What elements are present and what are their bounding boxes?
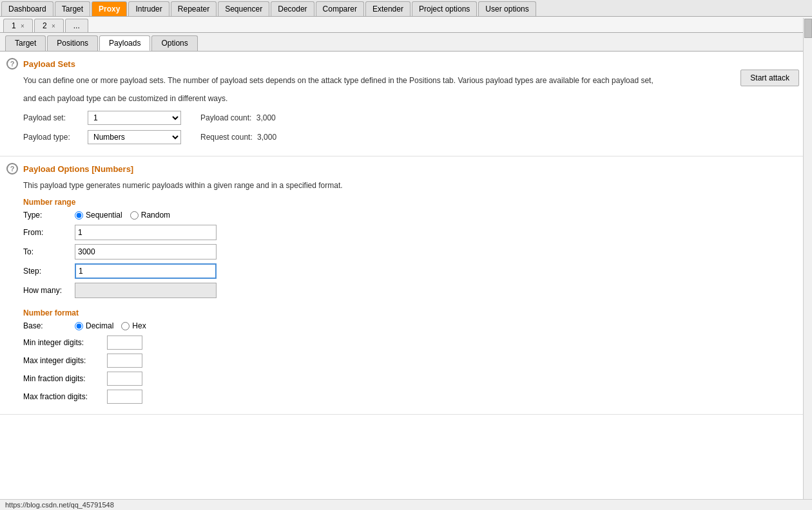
to-input[interactable]: [75, 244, 217, 260]
tab-target[interactable]: Target: [55, 1, 90, 16]
from-label: From:: [23, 228, 75, 237]
payload-type-label: Payload type:: [23, 133, 88, 142]
step-label: Step:: [23, 267, 75, 276]
tab-2-close[interactable]: ×: [52, 23, 55, 30]
payload-set-row: Payload set: 1 Payload count: 3,000: [23, 111, 802, 125]
second-nav: 1 × 2 × ...: [0, 17, 812, 33]
tab-inner-options[interactable]: Options: [151, 35, 197, 51]
top-nav: Dashboard Target Proxy Intruder Repeater…: [0, 0, 812, 17]
from-input[interactable]: [75, 225, 217, 240]
tab-comparer[interactable]: Comparer: [316, 1, 364, 16]
tab-decoder[interactable]: Decoder: [271, 1, 314, 16]
payload-sets-help-icon[interactable]: ?: [6, 58, 18, 70]
random-radio[interactable]: [130, 211, 139, 220]
tab-proxy[interactable]: Proxy: [92, 1, 127, 16]
status-url: https://blog.csdn.net/qq_45791548: [5, 501, 114, 504]
tab-project-options[interactable]: Project options: [412, 1, 477, 16]
min-int-row: Min integer digits:: [23, 335, 802, 350]
hex-radio[interactable]: [121, 322, 130, 330]
payload-sets-title: Payload Sets: [23, 59, 75, 69]
random-label: Random: [141, 211, 170, 220]
payload-set-select[interactable]: 1: [88, 111, 181, 125]
sequential-option[interactable]: Sequential: [75, 211, 122, 220]
base-radio-group: Decimal Hex: [75, 321, 146, 330]
max-int-input[interactable]: [107, 354, 142, 368]
step-row: Step:: [23, 263, 802, 279]
start-attack-button[interactable]: Start attack: [740, 70, 799, 86]
how-many-row: How many:: [23, 283, 802, 298]
min-int-input[interactable]: [107, 335, 142, 350]
payload-set-label: Payload set:: [23, 113, 88, 122]
payload-options-section: ? Payload Options [Numbers] This payload…: [0, 156, 812, 415]
tab-1-label: 1: [12, 21, 16, 30]
tab-1-close[interactable]: ×: [21, 23, 24, 30]
request-count-display: Request count: 3,000: [200, 133, 276, 142]
min-frac-row: Min fraction digits:: [23, 372, 802, 386]
hex-label: Hex: [132, 321, 146, 330]
payload-type-row: Payload type: Numbers Request count: 3,0…: [23, 130, 802, 144]
max-frac-label: Max fraction digits:: [23, 392, 107, 401]
step-input[interactable]: [75, 263, 217, 279]
payload-type-select[interactable]: Numbers: [88, 130, 181, 144]
decimal-label: Decimal: [86, 321, 113, 330]
tab-inner-payloads[interactable]: Payloads: [99, 35, 150, 51]
tab-more[interactable]: ...: [65, 19, 88, 32]
payload-options-desc: This payload type generates numeric payl…: [23, 180, 802, 191]
payload-options-header: ? Payload Options [Numbers]: [6, 163, 802, 175]
payload-sets-desc2: and each payload type can be customized …: [23, 93, 802, 104]
number-range-label: Number range: [23, 198, 802, 207]
sequential-label: Sequential: [86, 211, 122, 220]
random-option[interactable]: Random: [130, 211, 170, 220]
max-int-label: Max integer digits:: [23, 356, 107, 365]
status-bar: https://blog.csdn.net/qq_45791548: [0, 499, 812, 504]
how-many-label: How many:: [23, 286, 75, 295]
tab-1[interactable]: 1 ×: [3, 19, 33, 32]
tab-intruder[interactable]: Intruder: [128, 1, 169, 16]
tab-repeater[interactable]: Repeater: [171, 1, 217, 16]
scrollbar-thumb[interactable]: [804, 19, 812, 38]
payload-sets-desc1: You can define one or more payload sets.…: [23, 75, 802, 86]
decimal-radio[interactable]: [75, 322, 83, 330]
to-label: To:: [23, 247, 75, 256]
tab-dashboard[interactable]: Dashboard: [1, 1, 53, 16]
min-frac-label: Min fraction digits:: [23, 374, 107, 383]
min-int-label: Min integer digits:: [23, 338, 107, 347]
sequential-radio[interactable]: [75, 211, 83, 220]
min-frac-input[interactable]: [107, 372, 142, 386]
tab-2[interactable]: 2 ×: [34, 19, 64, 32]
payload-options-title: Payload Options [Numbers]: [23, 164, 133, 174]
base-row: Base: Decimal Hex: [23, 321, 802, 330]
payload-sets-section: ? Payload Sets You can define one or mor…: [0, 52, 812, 156]
tab-inner-target[interactable]: Target: [5, 35, 46, 51]
payload-options-help-icon[interactable]: ?: [6, 163, 18, 175]
tab-2-label: 2: [43, 21, 47, 30]
type-row: Type: Sequential Random: [23, 211, 802, 220]
scrollbar[interactable]: [803, 18, 812, 504]
to-row: To:: [23, 244, 802, 260]
inner-nav: Target Positions Payloads Options: [0, 33, 812, 52]
hex-option[interactable]: Hex: [121, 321, 146, 330]
type-field-label: Type:: [23, 211, 75, 220]
decimal-option[interactable]: Decimal: [75, 321, 113, 330]
base-field-label: Base:: [23, 321, 75, 330]
payload-count-display: Payload count: 3,000: [200, 113, 276, 122]
number-format-label: Number format: [23, 308, 802, 317]
tab-user-options[interactable]: User options: [478, 1, 536, 16]
type-radio-group: Sequential Random: [75, 211, 170, 220]
max-int-row: Max integer digits:: [23, 354, 802, 368]
from-row: From:: [23, 225, 802, 240]
tab-inner-positions[interactable]: Positions: [47, 35, 98, 51]
payload-sets-header: ? Payload Sets: [6, 58, 802, 70]
tab-extender[interactable]: Extender: [365, 1, 411, 16]
how-many-input[interactable]: [75, 283, 217, 298]
max-frac-input[interactable]: [107, 390, 142, 404]
tab-sequencer[interactable]: Sequencer: [218, 1, 269, 16]
main-content: Start attack ? Payload Sets You can defi…: [0, 52, 812, 504]
max-frac-row: Max fraction digits:: [23, 390, 802, 404]
